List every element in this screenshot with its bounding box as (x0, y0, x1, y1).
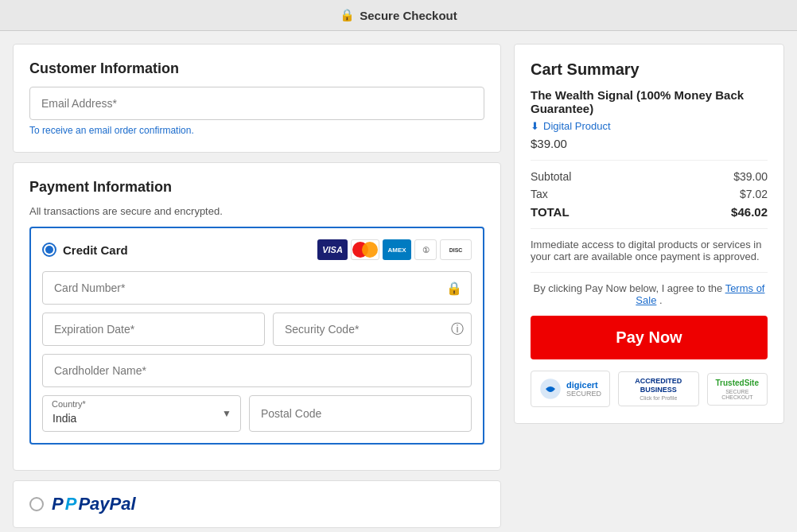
credit-card-label: Credit Card (63, 243, 128, 257)
customer-info-card: Customer Information To receive an email… (13, 44, 501, 153)
payment-info-title: Payment Information (29, 179, 484, 196)
digicert-badge: digicert SECURED (531, 371, 610, 407)
mastercard-icon (351, 239, 379, 260)
product-name: The Wealth Signal (100% Money Back Guara… (531, 88, 768, 115)
digicert-icon (539, 378, 562, 400)
paypal-text: PayPal (78, 494, 135, 515)
paypal-radio[interactable] (29, 497, 44, 511)
country-wrapper: Country* India United States United King… (42, 395, 241, 432)
paypal-p-icon: P (52, 494, 64, 515)
country-postal-row: Country* India United States United King… (42, 395, 472, 432)
tax-row: Tax $7.02 (531, 188, 768, 200)
radio-inner (45, 246, 53, 254)
cc-label: Credit Card (42, 243, 128, 257)
trustedsite-badge: TrustedSite SECURE CHECKOUT (707, 373, 768, 406)
security-code-input[interactable] (273, 313, 472, 346)
visa-icon: VISA (317, 239, 348, 260)
paypal-p2-icon: P (65, 494, 77, 515)
postal-code-input[interactable] (249, 395, 472, 432)
payment-info-subtitle: All transactions are secure and encrypte… (29, 205, 484, 217)
card-number-wrapper: 🔒 (42, 271, 472, 305)
digital-badge: ⬇ Digital Product (531, 120, 768, 132)
terms-text: By clicking Pay Now below, I agree to th… (534, 282, 725, 294)
diners-icon: ① (414, 239, 437, 260)
expiration-input[interactable] (42, 313, 265, 346)
product-type: Digital Product (543, 120, 611, 132)
bbb-badge: ACCREDITED BUSINESS Click for Profile (618, 371, 699, 407)
secure-header: 🔒 Secure Checkout (0, 0, 797, 31)
subtotal-label: Subtotal (531, 170, 571, 183)
amex-icon: AMEX (383, 239, 411, 260)
email-hint: To receive an email order confirmation. (29, 125, 484, 136)
card-icons: VISA AMEX ① DISC (317, 239, 472, 260)
cardholder-name-input[interactable] (42, 354, 472, 387)
lock-icon: 🔒 (340, 8, 355, 22)
paypal-section: P P PayPal (13, 480, 501, 528)
card-lock-icon: 🔒 (446, 281, 462, 296)
paypal-logo: P P PayPal (52, 494, 136, 515)
info-icon: ⓘ (451, 321, 464, 338)
payment-info-card: Payment Information All transactions are… (13, 162, 501, 471)
right-panel: Cart Summary The Wealth Signal (100% Mon… (514, 44, 784, 424)
country-label: Country* (52, 399, 86, 409)
access-note: Immediate access to digital products or … (531, 239, 768, 273)
total-row: TOTAL $46.02 (531, 205, 768, 229)
total-label: TOTAL (531, 205, 570, 219)
terms-note: By clicking Pay Now below, I agree to th… (531, 282, 768, 306)
subtotal-row: Subtotal $39.00 (531, 170, 768, 183)
security-wrapper: ⓘ (273, 313, 472, 346)
card-number-input[interactable] (42, 271, 472, 305)
cart-summary-card: Cart Summary The Wealth Signal (100% Mon… (514, 44, 784, 424)
trust-badges: digicert SECURED ACCREDITED BUSINESS Cli… (531, 371, 768, 407)
tax-label: Tax (531, 188, 548, 200)
subtotal-value: $39.00 (733, 170, 768, 183)
pay-now-button[interactable]: Pay Now (531, 316, 768, 359)
tax-value: $7.02 (740, 188, 768, 200)
download-icon: ⬇ (531, 120, 539, 132)
customer-info-title: Customer Information (29, 60, 484, 77)
credit-card-radio[interactable] (42, 243, 56, 257)
total-value: $46.02 (731, 205, 768, 219)
header-title: Secure Checkout (360, 9, 457, 22)
left-panel: Customer Information To receive an email… (13, 44, 501, 528)
exp-security-row: ⓘ (42, 313, 472, 346)
cart-title: Cart Summary (531, 60, 768, 79)
product-price: $39.00 (531, 137, 768, 161)
terms-end: . (659, 294, 663, 306)
discover-icon: DISC (440, 239, 472, 260)
email-field[interactable] (29, 87, 484, 120)
credit-card-section: Credit Card VISA AMEX ① (29, 227, 484, 445)
cardholder-wrapper (42, 354, 472, 387)
cc-header: Credit Card VISA AMEX ① (42, 239, 472, 260)
digicert-text: digicert SECURED (566, 380, 601, 398)
